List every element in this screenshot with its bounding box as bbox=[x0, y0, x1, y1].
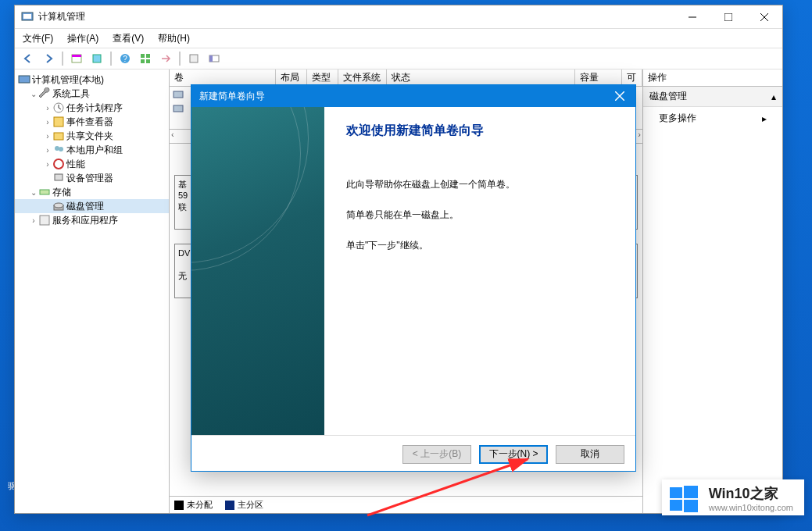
wizard-title: 新建简单卷向导 bbox=[199, 90, 604, 103]
maximize-button[interactable] bbox=[710, 5, 746, 29]
menu-action[interactable]: 操作(A) bbox=[66, 30, 100, 47]
services-icon bbox=[38, 214, 51, 226]
svg-rect-18 bbox=[19, 76, 30, 83]
help-button[interactable]: ? bbox=[116, 50, 134, 67]
users-icon bbox=[52, 144, 65, 156]
tree-services[interactable]: › 服务和应用程序 bbox=[15, 213, 169, 227]
col-type[interactable]: 类型 bbox=[307, 69, 338, 86]
toolbar: ? bbox=[15, 48, 782, 69]
legend: 未分配 主分区 bbox=[170, 496, 642, 513]
volume-icon bbox=[173, 102, 184, 113]
toolbar-sep bbox=[179, 52, 181, 66]
tree-label: 事件查看器 bbox=[66, 116, 113, 129]
col-status[interactable]: 状态 bbox=[387, 69, 575, 86]
svg-point-28 bbox=[54, 203, 63, 208]
expand-icon[interactable]: › bbox=[43, 160, 52, 169]
disk-graphic-button[interactable] bbox=[206, 50, 223, 67]
tree-device-manager[interactable]: 设备管理器 bbox=[15, 171, 169, 185]
forward-button[interactable] bbox=[40, 50, 57, 67]
windows-logo-icon bbox=[668, 484, 699, 515]
col-fs[interactable]: 文件系统 bbox=[338, 69, 387, 86]
actions-section[interactable]: 磁盘管理 ▴ bbox=[643, 87, 782, 107]
next-button[interactable]: 下一步(N) > bbox=[479, 445, 548, 464]
expand-icon[interactable]: › bbox=[43, 146, 52, 155]
disk-icon bbox=[52, 200, 65, 212]
tree-performance[interactable]: › 性能 bbox=[15, 157, 169, 171]
watermark-url: www.win10xitong.com bbox=[709, 503, 793, 512]
svg-rect-8 bbox=[93, 55, 101, 62]
col-capacity[interactable]: 容量 bbox=[575, 69, 622, 86]
svg-text:?: ? bbox=[123, 55, 127, 63]
tree-disk-management[interactable]: 磁盘管理 bbox=[15, 199, 169, 213]
disk-list-button[interactable] bbox=[185, 50, 202, 67]
wrench-icon bbox=[38, 87, 51, 100]
actions-panel: 操作 磁盘管理 ▴ 更多操作 ▸ bbox=[643, 69, 782, 513]
back-button[interactable] bbox=[20, 50, 37, 67]
toolbar-sep bbox=[62, 52, 63, 66]
menu-view[interactable]: 查看(V) bbox=[111, 30, 145, 47]
legend-label: 主分区 bbox=[238, 499, 263, 511]
menu-help[interactable]: 帮助(H) bbox=[156, 30, 191, 47]
watermark: Win10之家 www.win10xitong.com bbox=[662, 479, 804, 515]
view-button[interactable] bbox=[137, 50, 154, 67]
collapse-icon[interactable]: ▴ bbox=[771, 91, 776, 102]
col-layout[interactable]: 布局 bbox=[276, 69, 307, 86]
refresh-button[interactable] bbox=[88, 50, 106, 67]
tree-event-viewer[interactable]: › 事件查看器 bbox=[15, 115, 169, 129]
svg-rect-1 bbox=[23, 14, 31, 19]
legend-label: 未分配 bbox=[187, 499, 213, 511]
svg-point-23 bbox=[59, 147, 63, 151]
svg-rect-37 bbox=[670, 500, 682, 511]
svg-point-24 bbox=[54, 159, 63, 169]
actions-header: 操作 bbox=[643, 69, 782, 87]
tree-storage[interactable]: ⌄ 存储 bbox=[15, 185, 169, 199]
tree-label: 设备管理器 bbox=[66, 172, 113, 185]
tree-shared-folders[interactable]: › 共享文件夹 bbox=[15, 129, 169, 143]
wizard-footer: < 上一步(B) 下一步(N) > 取消 bbox=[191, 435, 635, 472]
minimize-button[interactable] bbox=[674, 5, 710, 29]
device-icon bbox=[52, 172, 65, 184]
svg-rect-12 bbox=[146, 54, 150, 58]
tree-label: 系统工具 bbox=[52, 87, 90, 101]
collapse-icon[interactable]: ⌄ bbox=[29, 188, 38, 197]
tree-system-tools[interactable]: ⌄ 系统工具 bbox=[15, 87, 169, 101]
toolbar-sep bbox=[110, 52, 112, 66]
svg-rect-3 bbox=[724, 13, 732, 21]
expand-icon[interactable]: › bbox=[43, 104, 52, 112]
legend-unallocated: 未分配 bbox=[174, 499, 213, 511]
collapse-icon[interactable]: ⌄ bbox=[29, 90, 38, 98]
chevron-right-icon: ▸ bbox=[762, 113, 767, 124]
cancel-button[interactable]: 取消 bbox=[556, 445, 624, 464]
expand-icon[interactable]: › bbox=[29, 216, 38, 225]
nav-tree[interactable]: 计算机管理(本地) ⌄ 系统工具 › 任务计划程序 › 事件查看器 › 共享文件… bbox=[15, 69, 170, 513]
properties-button[interactable] bbox=[68, 50, 85, 67]
col-volume[interactable]: 卷 bbox=[170, 69, 276, 86]
folder-shared-icon bbox=[52, 130, 65, 142]
wizard-text: 简单卷只能在单一磁盘上。 bbox=[346, 208, 613, 222]
clock-icon bbox=[52, 102, 65, 114]
storage-icon bbox=[38, 186, 51, 198]
menubar: 文件(F) 操作(A) 查看(V) 帮助(H) bbox=[15, 29, 782, 48]
svg-rect-17 bbox=[209, 55, 213, 62]
wizard-sidebar-graphic bbox=[191, 107, 324, 435]
menu-file[interactable]: 文件(F) bbox=[21, 30, 55, 47]
tree-root[interactable]: 计算机管理(本地) bbox=[15, 73, 169, 87]
expand-icon[interactable]: › bbox=[43, 118, 52, 127]
tree-local-users[interactable]: › 本地用户和组 bbox=[15, 143, 169, 157]
wizard-titlebar[interactable]: 新建简单卷向导 bbox=[191, 85, 635, 107]
actions-more-label: 更多操作 bbox=[659, 112, 696, 125]
close-button[interactable] bbox=[746, 5, 782, 29]
svg-rect-31 bbox=[173, 105, 183, 112]
tree-label: 存储 bbox=[52, 186, 71, 199]
actions-section-label: 磁盘管理 bbox=[649, 90, 687, 103]
expand-icon[interactable]: › bbox=[43, 132, 52, 141]
tool-arrow-icon[interactable] bbox=[157, 50, 174, 67]
svg-rect-29 bbox=[40, 216, 49, 225]
col-free[interactable]: 可 bbox=[622, 69, 642, 86]
svg-rect-38 bbox=[684, 500, 698, 512]
wizard-close-button[interactable] bbox=[604, 85, 635, 107]
tree-task-scheduler[interactable]: › 任务计划程序 bbox=[15, 101, 169, 115]
volume-icon bbox=[173, 88, 184, 99]
actions-more[interactable]: 更多操作 ▸ bbox=[643, 107, 782, 130]
svg-rect-11 bbox=[141, 54, 145, 58]
